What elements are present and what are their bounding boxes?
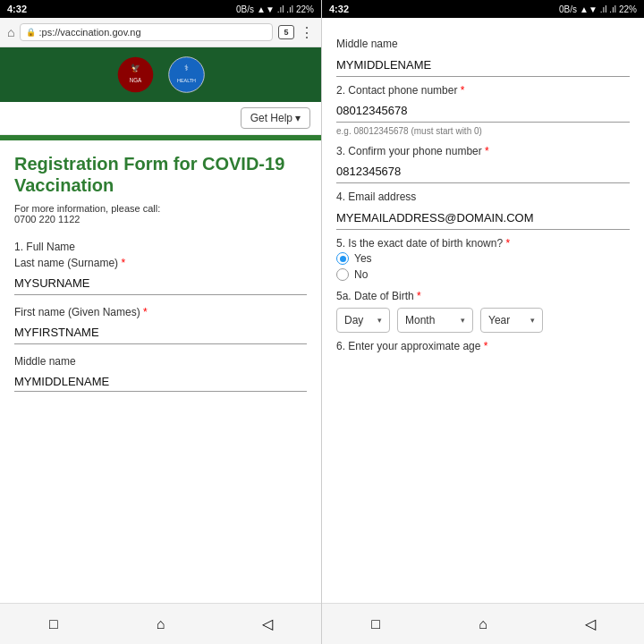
contact-phone-label: 2. Contact phone number * [336,84,630,97]
left-battery: 22% [296,4,314,14]
contact-phone-value[interactable]: 08012345678 [336,99,630,123]
dob-known-label: 5. Is the exact date of birth known? * [336,237,630,250]
svg-text:🦅: 🦅 [131,63,141,73]
left-browser-bar: ⌂ 🔒 :ps://vaccination.gov.ng 5 ⋮ [0,18,321,47]
month-chevron-icon: ▾ [461,316,465,325]
radio-no-label: No [354,268,368,281]
nav-back-icon[interactable]: ◁ [258,614,277,634]
dob-radio-group: Yes No [336,252,630,281]
right-form-content: Middle name MYMIDDLENAME 2. Contact phon… [322,18,644,603]
chevron-down-icon: ▾ [295,112,301,124]
form-title: Registration Form for COVID-19 Vaccinati… [14,153,307,196]
svg-point-0 [117,57,153,93]
home-icon[interactable]: ⌂ [7,25,14,39]
left-status-bar: 4:32 0B/s ▲▼ .ıl .ıl 22% [0,0,321,18]
last-name-label: Last name (Surname) * [14,257,307,269]
required-star-age: * [484,340,488,352]
dob-label: 5a. Date of Birth * [336,290,630,302]
left-phone-panel: 4:32 0B/s ▲▼ .ıl .ıl 22% ⌂ 🔒 :ps://vacci… [0,0,322,644]
month-dropdown[interactable]: Month ▾ [397,308,473,333]
email-label: 4. Email address [336,191,630,203]
right-time: 4:32 [329,4,349,14]
full-name-section: 1. Full Name Last name (Surname) * MYSUR… [14,241,307,392]
year-label: Year [488,314,510,326]
confirm-phone-label: 3. Confirm your phone number * [336,145,630,157]
svg-point-3 [168,57,204,93]
month-label: Month [405,314,435,326]
required-star-dob-section: * [417,290,421,302]
left-time: 4:32 [7,4,27,14]
right-nav-home-icon[interactable]: ⌂ [473,614,493,634]
approx-age-group: 6. Enter your approximate age * [336,340,630,352]
radio-no-button[interactable] [336,268,349,281]
left-status-icons: 0B/s ▲▼ .ıl .ıl 22% [236,4,314,14]
day-label: Day [344,314,363,326]
middle-name-value-left[interactable]: MYMIDDLENAME [14,370,307,392]
middle-name-label-right: Middle name [336,38,630,50]
middle-name-group: Middle name MYMIDDLENAME [336,38,630,77]
day-chevron-icon: ▾ [377,316,382,325]
dob-known-group: 5. Is the exact date of birth known? * Y… [336,237,630,281]
left-bottom-nav: □ ⌂ ◁ [0,603,321,644]
approx-age-label: 6. Enter your approximate age * [336,340,630,352]
left-form-content: Registration Form for COVID-19 Vaccinati… [0,140,321,603]
right-status-bar: 4:32 0B/s ▲▼ .ıl .ıl 22% [322,0,644,18]
coat-of-arms-icon: 🦅 NGA [115,55,156,95]
help-bar: Get Help ▾ [0,102,321,135]
day-dropdown[interactable]: Day ▾ [336,308,390,333]
nav-square-icon[interactable]: □ [44,614,64,634]
svg-text:HEALTH: HEALTH [177,78,196,83]
header-banner: 🦅 NGA ⚕ HEALTH [0,47,321,102]
radio-yes-label: Yes [354,252,372,265]
email-group: 4. Email address MYEMAILADDRESS@DOMAIN.C… [336,191,630,230]
tabs-icon[interactable]: 5 [278,25,294,39]
confirm-phone-group: 3. Confirm your phone number * 081234567… [336,145,630,183]
right-battery: 22% [619,4,637,14]
contact-phone-hint: e.g. 08012345678 (must start with 0) [336,126,630,136]
year-dropdown[interactable]: Year ▾ [480,308,543,333]
contact-phone: 0700 220 1122 [14,214,80,225]
right-status-icons: 0B/s ▲▼ .ıl .ıl 22% [559,4,637,14]
required-star-dob: * [505,237,510,250]
confirm-phone-value[interactable]: 0812345678 [336,160,630,183]
last-name-value[interactable]: MYSURNAME [14,272,307,295]
svg-text:NGA: NGA [129,77,141,83]
url-text: :ps://vaccination.gov.ng [38,27,140,38]
required-star-surname: * [121,257,125,269]
left-data-speed: 0B/s [236,4,254,14]
right-signal: ▲▼ .ıl .ıl [580,4,616,14]
middle-name-value-right[interactable]: MYMIDDLENAME [336,54,630,77]
middle-name-label-left: Middle name [14,355,307,368]
nav-home-icon[interactable]: ⌂ [150,614,170,634]
right-nav-square-icon[interactable]: □ [366,614,386,634]
url-bar[interactable]: 🔒 :ps://vaccination.gov.ng [20,23,273,41]
email-value[interactable]: MYEMAILADDRESS@DOMAIN.COM [336,207,630,230]
section-number-1: 1. Full Name [14,241,307,253]
right-bottom-nav: □ ⌂ ◁ [322,603,644,644]
lock-icon: 🔒 [26,28,36,37]
dob-group: 5a. Date of Birth * Day ▾ Month ▾ Year ▾ [336,290,630,333]
radio-yes-option[interactable]: Yes [336,252,630,265]
left-signal: ▲▼ .ıl .ıl [257,4,293,14]
required-star-firstname: * [143,306,148,318]
first-name-value[interactable]: MYFIRSTNAME [14,321,307,344]
svg-text:⚕: ⚕ [184,64,189,72]
contact-phone-group: 2. Contact phone number * 08012345678 e.… [336,84,630,136]
right-phone-panel: 4:32 0B/s ▲▼ .ıl .ıl 22% Middle name MYM… [322,0,644,644]
date-dropdowns: Day ▾ Month ▾ Year ▾ [336,308,630,333]
required-star-phone: * [461,84,465,97]
radio-yes-button[interactable] [336,252,349,265]
radio-no-option[interactable]: No [336,268,630,281]
year-chevron-icon: ▾ [530,316,535,325]
form-subtitle: For more information, please call: 0700 … [14,203,307,225]
browser-menu-icon[interactable]: ⋮ [300,24,314,41]
right-nav-back-icon[interactable]: ◁ [580,614,600,634]
eagle-emblem-icon: ⚕ HEALTH [166,55,207,95]
required-star-confirm-phone: * [485,145,489,157]
right-data-speed: 0B/s [559,4,577,14]
first-name-label: First name (Given Names) * [14,306,307,318]
get-help-button[interactable]: Get Help ▾ [241,107,310,129]
